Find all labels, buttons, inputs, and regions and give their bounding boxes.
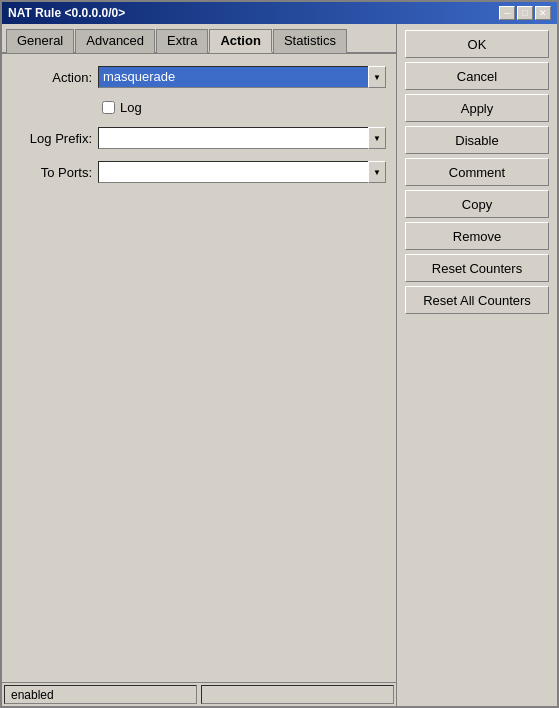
ok-button[interactable]: OK	[405, 30, 549, 58]
comment-button[interactable]: Comment	[405, 158, 549, 186]
minimize-button[interactable]: ─	[499, 6, 515, 20]
tab-advanced[interactable]: Advanced	[75, 29, 155, 53]
tab-extra[interactable]: Extra	[156, 29, 208, 53]
log-prefix-input[interactable]	[98, 127, 369, 149]
log-label: Log	[120, 100, 142, 115]
reset-all-counters-button[interactable]: Reset All Counters	[405, 286, 549, 314]
remove-button[interactable]: Remove	[405, 222, 549, 250]
to-ports-row: To Ports: ▼	[12, 161, 386, 183]
copy-button[interactable]: Copy	[405, 190, 549, 218]
tab-bar: General Advanced Extra Action Statistics	[2, 24, 396, 54]
left-panel: General Advanced Extra Action Statistics…	[2, 24, 397, 706]
action-row: Action: masquerade ▼	[12, 66, 386, 88]
cancel-button[interactable]: Cancel	[405, 62, 549, 90]
action-label: Action:	[12, 70, 92, 85]
form-area: Action: masquerade ▼ Log Log Prefix: ▼	[2, 54, 396, 682]
disable-button[interactable]: Disable	[405, 126, 549, 154]
action-dropdown-arrow[interactable]: ▼	[368, 66, 386, 88]
to-ports-label: To Ports:	[12, 165, 92, 180]
right-panel: OK Cancel Apply Disable Comment Copy Rem…	[397, 24, 557, 706]
window-title: NAT Rule <0.0.0.0/0>	[8, 6, 125, 20]
log-prefix-row: Log Prefix: ▼	[12, 127, 386, 149]
to-ports-input[interactable]	[98, 161, 369, 183]
to-ports-control-wrap: ▼	[98, 161, 386, 183]
tab-statistics[interactable]: Statistics	[273, 29, 347, 53]
log-prefix-dropdown-arrow[interactable]: ▼	[368, 127, 386, 149]
action-control-wrap: masquerade ▼	[98, 66, 386, 88]
status-bar: enabled	[2, 682, 396, 706]
apply-button[interactable]: Apply	[405, 94, 549, 122]
action-select[interactable]: masquerade	[98, 66, 369, 88]
log-prefix-control-wrap: ▼	[98, 127, 386, 149]
tab-action[interactable]: Action	[209, 29, 271, 53]
content-area: General Advanced Extra Action Statistics…	[2, 24, 557, 706]
to-ports-dropdown-arrow[interactable]: ▼	[368, 161, 386, 183]
title-bar-controls: ─ □ ✕	[499, 6, 551, 20]
main-window: NAT Rule <0.0.0.0/0> ─ □ ✕ General Advan…	[0, 0, 559, 708]
title-bar: NAT Rule <0.0.0.0/0> ─ □ ✕	[2, 2, 557, 24]
log-row: Log	[12, 100, 386, 115]
status-right	[201, 685, 394, 704]
close-button[interactable]: ✕	[535, 6, 551, 20]
log-prefix-label: Log Prefix:	[12, 131, 92, 146]
tab-general[interactable]: General	[6, 29, 74, 53]
log-checkbox[interactable]	[102, 101, 115, 114]
reset-counters-button[interactable]: Reset Counters	[405, 254, 549, 282]
maximize-button[interactable]: □	[517, 6, 533, 20]
status-left: enabled	[4, 685, 197, 704]
